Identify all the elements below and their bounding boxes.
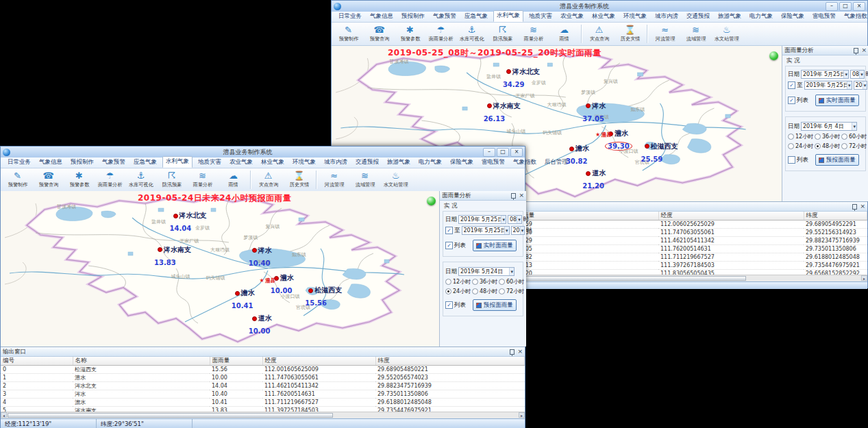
tab-3[interactable]: 预报制作	[68, 158, 97, 168]
river-manage-button[interactable]: ≈河流管理	[319, 168, 349, 191]
fc-list-checkbox[interactable]	[445, 301, 453, 309]
radio-option-12小时[interactable]: 12小时	[788, 133, 813, 140]
warning-params-button[interactable]: ✱预警参数	[395, 23, 425, 45]
pin-icon[interactable]	[852, 204, 857, 210]
table-row[interactable]: 4澹水10.41111.71121966752729.6188012485048	[1, 399, 525, 407]
rain-analysis-button[interactable]: ≋雨量分析	[518, 23, 549, 45]
maximize-button[interactable]: □	[497, 148, 509, 157]
realtime-rain-button[interactable]: 实时面雨量	[815, 95, 859, 106]
scroll-left-icon[interactable]: ◂	[1, 412, 7, 418]
warning-params-button[interactable]: ✱预警参数	[64, 168, 95, 191]
warning-search-button[interactable]: ☎预警查询	[33, 168, 64, 191]
panel-close-icon[interactable]: ×	[519, 192, 524, 199]
tab-16[interactable]: 雷电预警	[479, 158, 508, 168]
tab-15[interactable]: 保险气象	[447, 158, 476, 168]
radio-option-24小时[interactable]: 24小时	[788, 142, 813, 150]
forecast-rain-button[interactable]: 预报面雨量	[473, 299, 517, 311]
radio-option-60小时[interactable]: 60小时	[499, 278, 524, 286]
obs-hour-to-select[interactable]: 20▾	[854, 81, 868, 90]
rain-status-button[interactable]: ☁雨情	[549, 23, 580, 45]
maximize-button[interactable]: □	[839, 2, 852, 11]
rain-status-button[interactable]: ☁雨情	[218, 168, 249, 191]
tab-13[interactable]: 旅游气象	[715, 12, 744, 22]
tab-9[interactable]: 林业气象	[589, 12, 618, 22]
radio-option-36小时[interactable]: 36小时	[472, 278, 497, 286]
basin-manage-button[interactable]: ≋流域管理	[349, 168, 380, 191]
obs-date-from-select[interactable]: 2019年 5月25日▾	[458, 215, 506, 224]
obs-date-to-select[interactable]: 2019年 5月25日▾	[462, 226, 510, 235]
tab-6[interactable]: 水利气象	[162, 156, 193, 168]
flood-plan-button[interactable]: ☈防汛预案	[156, 168, 187, 191]
tab-14[interactable]: 电力气象	[747, 12, 776, 22]
tab-14[interactable]: 电力气象	[416, 158, 445, 168]
minimize-button[interactable]: –	[826, 2, 838, 11]
tab-4[interactable]: 气象预警	[430, 12, 459, 22]
tab-16[interactable]: 雷电预警	[810, 12, 839, 22]
tab-4[interactable]: 气象预警	[99, 158, 128, 168]
forecast-date-select[interactable]: 2019年 5月24日▾	[458, 267, 514, 276]
obs-to-checkbox[interactable]	[445, 227, 453, 234]
table-row[interactable]: 0松滋西支15.56112.00160562500929.68905485022…	[1, 366, 525, 374]
pin-icon[interactable]	[511, 193, 516, 199]
tab-6[interactable]: 水利气象	[493, 10, 523, 22]
obs-hour-from-select[interactable]: 08▾	[508, 215, 522, 224]
fc-list-checkbox[interactable]	[788, 156, 795, 164]
close-button[interactable]: ×	[510, 148, 523, 157]
title-bar[interactable]: 澧县业务制作系统 – □ ×	[1, 147, 525, 158]
disaster-point-search-button[interactable]: ⚠灾点查询	[584, 23, 615, 45]
minimize-button[interactable]: –	[483, 148, 495, 157]
tab-13[interactable]: 旅游气象	[384, 158, 413, 168]
pin-icon[interactable]	[510, 349, 514, 355]
river-manage-button[interactable]: ≈河流管理	[649, 23, 680, 45]
scrollbar-thumb[interactable]	[8, 413, 333, 418]
tab-17[interactable]: 气象指数	[510, 158, 539, 168]
radio-option-48小时[interactable]: 48小时	[472, 288, 497, 295]
scroll-right-icon[interactable]: ▸	[861, 275, 867, 281]
tab-12[interactable]: 交通预报	[353, 158, 382, 168]
output-close-icon[interactable]: ×	[860, 203, 865, 210]
scroll-right-icon[interactable]: ▸	[519, 412, 525, 418]
obs-to-checkbox[interactable]	[788, 81, 795, 89]
warning-compose-button[interactable]: ✎预警制作	[2, 168, 33, 191]
tab-8[interactable]: 农业气象	[558, 12, 586, 22]
tab-2[interactable]: 气象信息	[367, 12, 396, 22]
radio-option-72小时[interactable]: 72小时	[841, 142, 867, 150]
tab-9[interactable]: 林业气象	[258, 158, 287, 168]
close-button[interactable]: ×	[853, 2, 865, 11]
history-disaster-button[interactable]: ⌛历史灾情	[615, 23, 645, 45]
tab-5[interactable]: 应急气象	[462, 12, 491, 22]
obs-list-checkbox[interactable]	[788, 97, 795, 104]
areal-rain-analysis-button[interactable]: ☂面雨量分析	[95, 168, 125, 191]
tab-10[interactable]: 环境气象	[290, 158, 319, 168]
tab-3[interactable]: 预报制作	[399, 12, 427, 22]
realtime-rain-button[interactable]: 实时面雨量	[473, 240, 517, 251]
tab-7[interactable]: 地质灾害	[526, 12, 555, 22]
forecast-rain-button[interactable]: 预报面雨量	[815, 154, 859, 166]
hydro-station-manage-button[interactable]: ♨水文站管理	[380, 168, 411, 191]
areal-rain-analysis-button[interactable]: ☂面雨量分析	[425, 23, 456, 45]
history-disaster-button[interactable]: ⌛历史灾情	[284, 168, 314, 191]
radio-option-24小时[interactable]: 24小时	[445, 288, 471, 295]
tab-1[interactable]: 日常业务	[336, 12, 364, 22]
tab-5[interactable]: 应急气象	[131, 158, 160, 168]
rain-analysis-button[interactable]: ≋雨量分析	[187, 168, 218, 191]
obs-hour-to-select[interactable]: 20▾	[511, 226, 525, 235]
disaster-point-search-button[interactable]: ⚠灾点查询	[253, 168, 284, 191]
tab-17[interactable]: 气象指数	[841, 12, 868, 22]
tab-11[interactable]: 城市内涝	[321, 158, 350, 168]
radio-option-12小时[interactable]: 12小时	[445, 278, 471, 286]
tab-7[interactable]: 地质灾害	[195, 158, 224, 168]
obs-list-checkbox[interactable]	[445, 242, 453, 249]
forecast-date-select[interactable]: 2019年 6月 4日▾	[801, 122, 857, 131]
radio-option-48小时[interactable]: 48小时	[815, 142, 840, 150]
tab-1[interactable]: 日常业务	[5, 158, 34, 168]
table-row[interactable]: 1澧水10.00111.74706305506129.552056574023	[1, 374, 525, 382]
tab-18[interactable]: 后台管理	[542, 158, 571, 168]
tab-11[interactable]: 城市内涝	[652, 12, 681, 22]
panel-close-icon[interactable]: ×	[861, 47, 867, 53]
map-view[interactable]: 甘溪滩镇盐井镇金罗镇王家厂镇大堰垱镇梦溪镇复兴镇如东镇涔南镇城头山镇码头铺镇小渡…	[1, 191, 440, 347]
title-bar[interactable]: 澧县业务制作系统 – □ ×	[332, 1, 867, 12]
obs-hour-from-select[interactable]: 08▾	[850, 70, 865, 79]
basin-manage-button[interactable]: ≋流域管理	[680, 23, 711, 45]
warning-compose-button[interactable]: ✎预警制作	[333, 23, 364, 45]
